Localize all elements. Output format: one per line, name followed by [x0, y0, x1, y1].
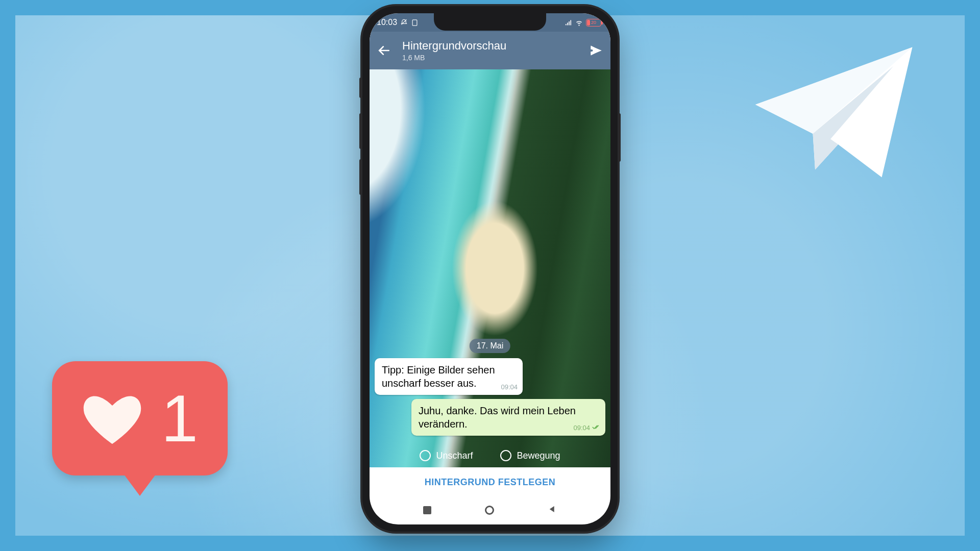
- phone-frame: 10:03 20 Hintergrundvorschau 1,6 MB: [362, 6, 618, 532]
- set-wallpaper-button[interactable]: HINTERGRUND FESTLEGEN: [370, 467, 610, 497]
- android-navbar: [370, 497, 610, 523]
- like-count: 1: [161, 380, 198, 457]
- mute-icon: [400, 19, 408, 27]
- option-blur[interactable]: Unscharf: [420, 450, 473, 461]
- message-text: Juhu, danke. Das wird mein Leben verände…: [419, 405, 576, 430]
- option-label: Unscharf: [436, 450, 473, 461]
- option-label: Bewegung: [517, 450, 560, 461]
- home-icon[interactable]: [485, 506, 494, 515]
- back-icon[interactable]: [378, 44, 391, 57]
- battery-icon: 20: [586, 19, 601, 27]
- date-pill: 17. Mai: [470, 339, 510, 353]
- message-text: Tipp: Einige Bilder sehen unscharf besse…: [382, 364, 495, 389]
- wallpaper-preview[interactable]: 17. Mai Tipp: Einige Bilder sehen unscha…: [370, 69, 610, 467]
- message-outgoing: Juhu, danke. Das wird mein Leben verände…: [411, 399, 605, 436]
- header-subtitle: 1,6 MB: [402, 54, 578, 62]
- message-time: 09:04: [573, 424, 590, 433]
- battery-percent: 20: [586, 19, 601, 26]
- wallpaper-options: Unscharf Bewegung: [370, 450, 610, 461]
- share-icon[interactable]: [589, 44, 602, 57]
- heart-icon: [82, 390, 143, 446]
- back-icon[interactable]: [548, 505, 557, 516]
- phone-notch: [434, 13, 546, 31]
- signal-icon: [565, 19, 572, 27]
- telegram-logo: [740, 36, 924, 189]
- sim-icon: [411, 19, 419, 27]
- message-time: 09:04: [501, 383, 518, 392]
- message-incoming: Tipp: Einige Bilder sehen unscharf besse…: [375, 358, 523, 395]
- radio-icon: [420, 450, 431, 461]
- app-header: Hintergrundvorschau 1,6 MB: [370, 32, 610, 69]
- wifi-icon: [575, 19, 583, 27]
- cta-label: HINTERGRUND FESTLEGEN: [425, 477, 556, 488]
- header-title: Hintergrundvorschau: [402, 39, 578, 53]
- svg-rect-0: [412, 19, 417, 25]
- radio-icon: [500, 450, 511, 461]
- phone-screen: 10:03 20 Hintergrundvorschau 1,6 MB: [370, 13, 610, 524]
- like-badge: 1: [52, 361, 228, 475]
- status-time: 10:03: [377, 18, 397, 27]
- recents-icon[interactable]: [423, 506, 431, 514]
- read-checks-icon: [592, 424, 600, 433]
- option-motion[interactable]: Bewegung: [500, 450, 560, 461]
